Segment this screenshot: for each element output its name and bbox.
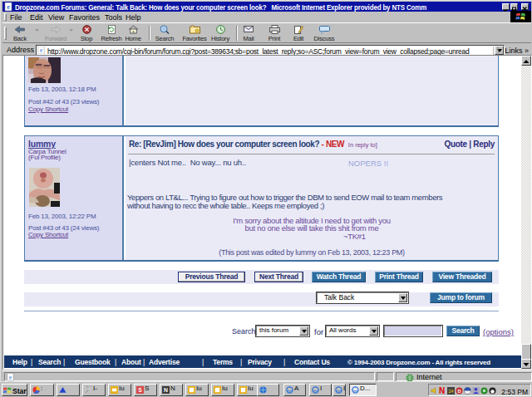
svg-text:e: e bbox=[7, 3, 10, 11]
svg-text:N: N bbox=[164, 387, 168, 393]
svg-text:e: e bbox=[40, 47, 42, 54]
svg-text:D: D bbox=[457, 389, 461, 394]
svg-text:S: S bbox=[138, 387, 142, 393]
svg-text:e: e bbox=[9, 375, 12, 381]
svg-text:24: 24 bbox=[449, 389, 454, 394]
